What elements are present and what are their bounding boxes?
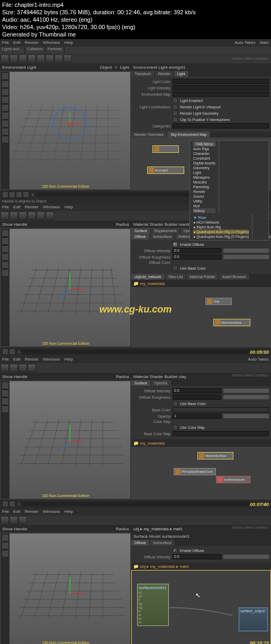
tab[interactable]: Diffuse [131, 540, 150, 546]
network-editor[interactable]: MantraSurface PrincipledShaderCore surfa… [131, 447, 271, 500]
field[interactable]: 0.5 [173, 554, 221, 559]
shelf-icon[interactable] [1, 211, 9, 220]
menu-render[interactable]: Render [25, 40, 39, 45]
node-surface-output[interactable]: surface_output [239, 608, 268, 631]
tool-icon[interactable] [2, 534, 9, 541]
menu-item[interactable]: Constraint [193, 156, 215, 161]
menu-auto-takes[interactable]: Auto Takes [234, 40, 255, 45]
menu-item[interactable]: Digital Assets [193, 161, 215, 165]
shelf-icon[interactable] [19, 364, 27, 372]
slider[interactable] [223, 555, 269, 559]
light-btn[interactable]: Light [120, 65, 129, 70]
checkbox[interactable]: ✓ [173, 242, 178, 247]
object-btn[interactable]: Object [100, 65, 112, 70]
node-clay[interactable]: Clay [205, 298, 232, 305]
tool-icon[interactable] [2, 261, 9, 269]
shelf-icon[interactable] [28, 54, 36, 63]
node[interactable]: surfaceexports [216, 476, 250, 483]
shelf-icon[interactable] [19, 516, 27, 525]
menu-item[interactable]: Auto Rigs [193, 146, 215, 151]
envmap-field[interactable] [173, 91, 269, 97]
play-icon[interactable] [2, 501, 8, 507]
tool-icon[interactable] [2, 229, 9, 237]
tab[interactable]: Diffuse [131, 234, 150, 240]
checkbox[interactable] [173, 425, 178, 430]
shelf-icon[interactable] [46, 54, 54, 63]
tab[interactable]: objects_network [131, 274, 165, 280]
viewport-3d[interactable]: 100 Non-Commercial Edition [1, 72, 130, 189]
field[interactable] [173, 431, 269, 436]
checkbox[interactable] [173, 265, 178, 271]
tool-icon[interactable] [2, 112, 9, 119]
menu-edit[interactable]: Edit [13, 205, 21, 210]
tool-icon[interactable] [2, 104, 9, 112]
tool-icon[interactable] [2, 120, 9, 127]
play-prev-icon[interactable] [9, 191, 15, 198]
show-handle[interactable]: Show Handle [2, 222, 28, 227]
menu-render[interactable]: Render [25, 357, 39, 362]
menu-item[interactable]: History [193, 208, 215, 213]
tab[interactable]: Sky Environment Map [167, 132, 210, 137]
show-handle[interactable]: Show Handle [2, 374, 28, 379]
tab[interactable]: Subsurface [150, 540, 175, 546]
tool-icon[interactable] [2, 80, 9, 88]
menu-item[interactable]: Parenting [193, 185, 215, 189]
menu-edit[interactable]: Edit [13, 40, 21, 45]
play-first-icon[interactable] [2, 191, 8, 198]
play-icon[interactable] [2, 348, 8, 355]
tab[interactable]: Take List [165, 274, 187, 280]
shelf-icon[interactable] [28, 364, 36, 372]
node-surfacemodel[interactable]: surfacemodel1 CfOfFCgOgNClNtCt [137, 584, 169, 626]
tab[interactable]: Subsurface [150, 234, 175, 240]
timeline[interactable]: 1 240 [0, 500, 271, 508]
tool-icon[interactable] [2, 382, 9, 389]
tab-light[interactable]: Light [174, 71, 189, 77]
color-field[interactable] [173, 407, 269, 412]
node[interactable]: PrincipledShaderCore [174, 468, 216, 475]
menu-help[interactable]: Help [64, 357, 73, 362]
timeline[interactable]: 1 240 [0, 347, 271, 356]
menu-item[interactable]: Managers [193, 175, 215, 180]
shelf-tab[interactable]: Collisions [25, 47, 46, 54]
node[interactable]: MantraSurface [197, 452, 233, 459]
menu-item[interactable]: Sound [193, 194, 215, 199]
show-handle[interactable]: Show Handle [2, 527, 28, 531]
menu-render[interactable]: Render [25, 205, 39, 210]
tab[interactable]: OpenGL [151, 380, 171, 386]
slider[interactable] [223, 249, 269, 253]
network-editor[interactable]: envmap1 TAB Menu Auto Rigs Character Con… [131, 137, 271, 190]
menu-file[interactable]: File [2, 509, 9, 514]
menu-auto-takes[interactable]: Auto Takes [248, 357, 269, 362]
field[interactable] [173, 394, 221, 400]
menu-item[interactable]: Render [193, 189, 215, 194]
tab[interactable]: Displacement [151, 228, 180, 234]
checkbox[interactable] [173, 117, 178, 122]
field[interactable]: 0.5 [173, 388, 221, 393]
menu-item[interactable]: Utility [193, 199, 215, 204]
slider[interactable] [223, 389, 269, 393]
viewport-3d[interactable]: 100 Non-Commercial Edition [1, 533, 130, 644]
menu-item[interactable]: ● HCH Network [193, 220, 249, 225]
tool-icon[interactable] [2, 88, 9, 96]
shelf-icon[interactable] [10, 54, 18, 63]
tool-icon[interactable] [2, 542, 9, 549]
field[interactable]: 0.5 [173, 254, 221, 260]
network-editor[interactable]: Clay Mantrasurface [131, 287, 271, 347]
tool-icon[interactable] [2, 269, 9, 277]
shelf-icon[interactable] [10, 364, 18, 372]
node-envmap[interactable]: envmap1 [147, 167, 184, 174]
shelf-icon[interactable] [55, 54, 63, 63]
checkbox[interactable]: ✓ [173, 548, 178, 553]
checkbox[interactable] [173, 401, 178, 406]
shelf-icon[interactable] [37, 211, 45, 220]
shelf-icon[interactable] [10, 211, 18, 220]
color-field[interactable] [173, 79, 269, 84]
shelf-icon[interactable] [37, 54, 45, 63]
shelf-icon[interactable] [1, 364, 9, 372]
shelf-tab[interactable]: Particles [46, 47, 65, 54]
network-editor[interactable]: surfacemodel1 CfOfFCgOgNClNtCt surface_o… [131, 570, 271, 644]
menu-main[interactable]: Main [260, 40, 269, 45]
slider[interactable] [223, 414, 269, 418]
tool-icon[interactable] [2, 390, 9, 397]
shelf-icon[interactable] [19, 54, 27, 63]
